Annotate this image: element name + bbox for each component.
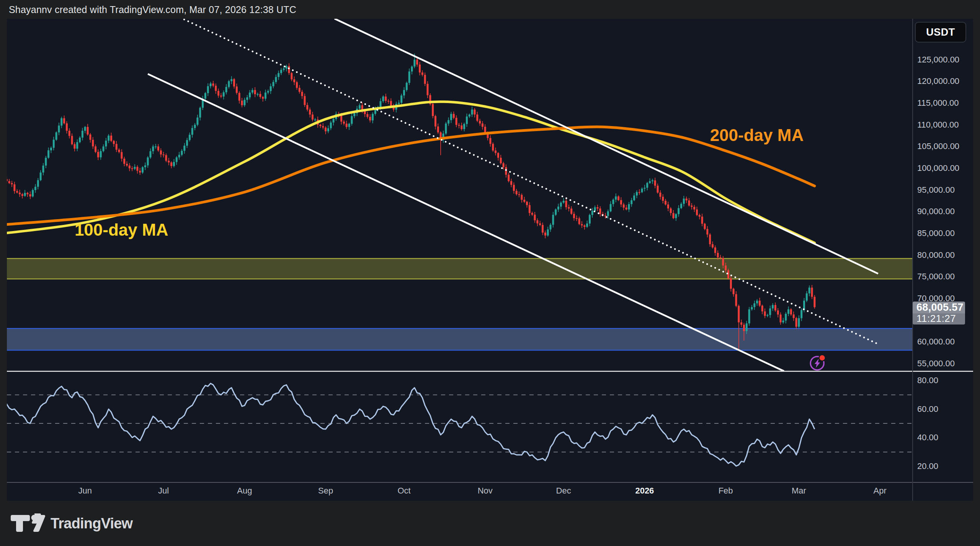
price-axis-label: 110,000.00 <box>917 120 959 130</box>
time-axis-label: 2026 <box>635 486 654 496</box>
time-axis-label: Sep <box>318 486 333 496</box>
time-axis-label: Oct <box>397 486 410 496</box>
price-axis-label: 55,000.00 <box>917 359 955 369</box>
support-zone <box>7 328 913 350</box>
time-axis-label: Feb <box>719 486 733 496</box>
currency-toggle-button[interactable]: USDT <box>915 22 966 43</box>
rsi-axis-label: 80.00 <box>917 375 938 385</box>
price-axis-label: 120,000.00 <box>917 76 959 86</box>
price-axis-label: 100,000.00 <box>917 163 959 173</box>
ma100-label: 100-day MA <box>75 221 168 239</box>
resistance-zone <box>7 259 913 279</box>
ma200-label: 200-day MA <box>710 126 804 144</box>
time-axis-label: Mar <box>792 486 806 496</box>
last-price-value: 68,005.57 <box>913 302 965 313</box>
tradingview-wordmark: TradingView <box>51 515 132 532</box>
tradingview-mark-icon <box>10 513 45 533</box>
price-axis-label: 125,000.00 <box>917 55 959 65</box>
time-axis-label: Dec <box>556 486 571 496</box>
time-axis-label: Apr <box>873 486 886 496</box>
candle-countdown: 11:21:27 <box>913 313 965 325</box>
time-axis-label: Nov <box>478 486 493 496</box>
time-axis-label: Jul <box>158 486 169 496</box>
tradingview-logo[interactable]: TradingView <box>10 513 132 533</box>
price-axis-label: 90,000.00 <box>917 207 955 216</box>
last-price-badge: 68,005.57 11:21:27 <box>913 302 965 325</box>
rsi-axis-label: 20.00 <box>917 461 938 471</box>
price-axis-label: 105,000.00 <box>917 141 959 151</box>
chart-canvas[interactable] <box>0 0 980 546</box>
chart-credit-text: Shayannv created with TradingView.com, M… <box>9 2 296 17</box>
price-axis-label: 80,000.00 <box>917 250 955 260</box>
price-axis-label: 115,000.00 <box>917 98 959 108</box>
price-axis-label: 85,000.00 <box>917 228 955 238</box>
time-axis-label: Aug <box>237 486 252 496</box>
rsi-axis-label: 40.00 <box>917 433 938 443</box>
price-axis-label: 75,000.00 <box>917 272 955 282</box>
price-axis-label: 60,000.00 <box>917 337 955 347</box>
rsi-axis-label: 60.00 <box>917 404 938 414</box>
time-axis-label: Jun <box>78 486 91 496</box>
price-axis-label: 95,000.00 <box>917 185 955 195</box>
